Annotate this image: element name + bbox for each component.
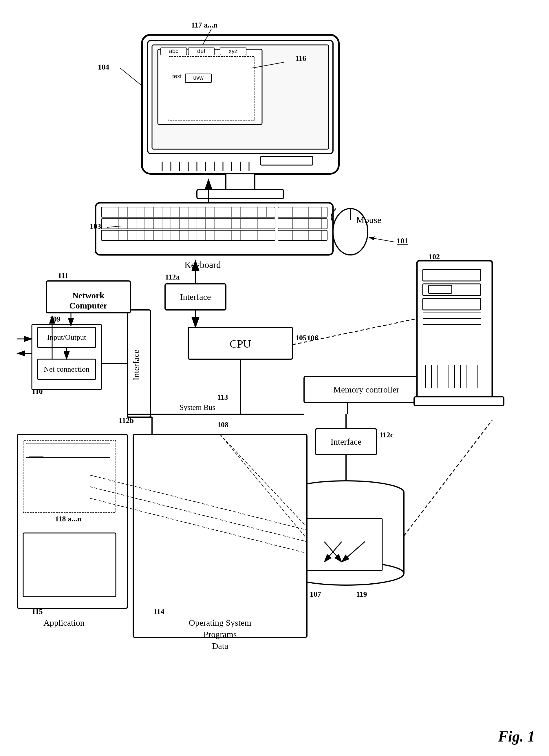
svg-rect-155: [428, 285, 452, 293]
svg-text:xyz: xyz: [229, 48, 238, 54]
svg-text:Interface: Interface: [180, 292, 211, 302]
svg-text:114: 114: [154, 607, 165, 616]
svg-text:111: 111: [58, 271, 68, 280]
svg-text:112a: 112a: [165, 273, 180, 281]
svg-text:Fig. 1: Fig. 1: [498, 728, 535, 745]
svg-text:112c: 112c: [379, 431, 393, 439]
svg-text:115: 115: [32, 607, 43, 616]
svg-text:CPU: CPU: [230, 338, 251, 350]
svg-text:119: 119: [356, 590, 367, 598]
svg-rect-193: [26, 443, 110, 458]
svg-text:abc: abc: [169, 48, 178, 54]
svg-rect-170: [414, 397, 504, 406]
svg-rect-15: [226, 174, 255, 191]
svg-rect-184: [307, 518, 382, 571]
svg-text:108: 108: [217, 421, 229, 429]
svg-text:Operating System: Operating System: [189, 618, 251, 627]
svg-text:Memory controller: Memory controller: [333, 385, 399, 394]
svg-text:Network: Network: [72, 291, 105, 300]
svg-text:System Bus: System Bus: [180, 403, 216, 412]
svg-text:text: text: [172, 73, 182, 79]
svg-rect-199: [133, 434, 307, 637]
svg-text:Interface: Interface: [131, 350, 141, 381]
svg-text:104: 104: [98, 63, 109, 71]
svg-text:uvw: uvw: [193, 74, 204, 81]
svg-text:Net connection: Net connection: [44, 365, 90, 373]
svg-text:107: 107: [310, 590, 321, 598]
diagram: abc def xyz text uvw 116 117 a...n 104: [0, 0, 549, 756]
svg-rect-196: [23, 533, 116, 597]
svg-text:Data: Data: [212, 641, 229, 651]
svg-rect-16: [197, 190, 284, 198]
svg-text:110: 110: [32, 387, 43, 396]
svg-text:118 a...n: 118 a...n: [55, 515, 82, 523]
svg-text:105: 105: [295, 334, 306, 342]
svg-text:Keyboard: Keyboard: [185, 260, 221, 270]
svg-text:101: 101: [397, 237, 408, 245]
svg-text:Interface: Interface: [331, 437, 362, 446]
svg-rect-11: [168, 56, 255, 120]
svg-text:116: 116: [295, 54, 306, 63]
svg-rect-17: [261, 156, 313, 165]
svg-text:117 a...n: 117 a...n: [191, 21, 218, 29]
svg-rect-153: [423, 269, 481, 281]
svg-text:Mouse: Mouse: [356, 215, 381, 225]
svg-text:Application: Application: [43, 618, 85, 627]
svg-text:Input/Output: Input/Output: [47, 333, 86, 342]
svg-text:103: 103: [90, 222, 101, 231]
svg-text:Programs: Programs: [204, 629, 237, 639]
svg-text:Computer: Computer: [69, 301, 107, 310]
svg-rect-156: [423, 298, 481, 310]
svg-text:113: 113: [217, 393, 228, 401]
svg-text:102: 102: [428, 253, 440, 261]
svg-text:109: 109: [49, 315, 61, 323]
svg-text:def: def: [197, 48, 205, 54]
